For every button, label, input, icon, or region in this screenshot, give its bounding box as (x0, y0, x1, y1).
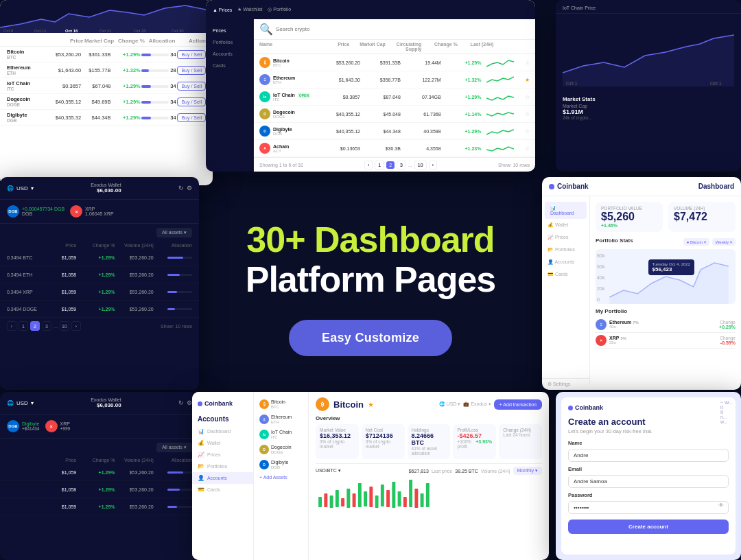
table-row: DogecoinDOGE $40,355.12 $49.69B +1.29% 3… (0, 94, 213, 110)
wallet-header: 🌐 USD ▾ Exodus Wallet $6,030.00 ↻ ⚙ (0, 392, 199, 415)
page-1-button[interactable]: 1 (375, 161, 384, 170)
sidebar-prices[interactable]: 📈Prices (192, 449, 253, 460)
watchlist-star[interactable]: ☆ (514, 128, 530, 135)
page-3-button[interactable]: 3 (42, 321, 51, 331)
coin-filter-button[interactable]: ● Bitcoin ▾ (683, 238, 709, 246)
ethereum-item[interactable]: Ξ EthereumETH (257, 412, 305, 426)
watchlist-star[interactable]: ☆ (514, 94, 530, 100)
svg-text:Oct 21: Oct 21 (99, 29, 112, 33)
buy-sell-button[interactable]: Buy / Sell (177, 50, 206, 59)
page-10-button[interactable]: 10 (60, 321, 69, 331)
dgb-item[interactable]: D DigibyteDGB (257, 458, 305, 471)
svg-rect-15 (330, 495, 333, 508)
sidebar-accounts[interactable]: 👤Accounts (192, 472, 253, 484)
watchlist-star[interactable]: ☆ (514, 145, 530, 152)
currency-selector[interactable]: 🌐 USD ▾ (7, 185, 34, 191)
sidebar-accounts[interactable]: Accounts (206, 48, 253, 60)
net-cost-card: Net Cost $7124136 3% of crypto market (362, 424, 405, 459)
buy-sell-button[interactable]: Buy / Sell (177, 82, 206, 91)
prev-page-button[interactable]: ‹ (7, 321, 16, 331)
svg-text:Oct 30: Oct 30 (172, 29, 184, 33)
candlestick-chart (316, 478, 542, 512)
sidebar-portfolios[interactable]: 📂Portfolios (192, 460, 253, 472)
svg-rect-19 (353, 493, 356, 507)
refresh-icon[interactable]: ↻ (178, 399, 184, 406)
nav-prices[interactable]: ▲ Prices (213, 8, 232, 12)
favorite-star[interactable]: ★ (368, 401, 374, 408)
next-page-button[interactable]: › (429, 161, 437, 170)
create-account-button[interactable]: Create account (568, 520, 729, 534)
change-card: Change (24H) Last 24 hours (499, 424, 542, 459)
page-2-button[interactable]: 2 (30, 321, 40, 331)
sidebar-cards[interactable]: 💳Cards (192, 484, 253, 495)
watchlist-star[interactable]: ☆ (514, 60, 530, 66)
next-page-button[interactable]: › (71, 321, 81, 331)
page-2-button[interactable]: 2 (386, 161, 395, 169)
watchlist-star[interactable]: ★ (514, 77, 530, 83)
iot-chart: Oct 1 Oct 1 (556, 14, 741, 93)
bitcoin-icon: ₿ (316, 397, 329, 411)
x-icon: ✕ (70, 205, 82, 218)
name-field[interactable] (568, 449, 729, 462)
sidebar-wallet[interactable]: 💰Wallet (192, 437, 253, 449)
crypto-table-panel: Oct 8 Oct 11 Oct 16 Oct 21 Oct 25 Oct 30… (0, 0, 213, 185)
iot-label: IoT Chain Price (563, 5, 734, 10)
svg-text:80k: 80k (597, 253, 605, 258)
search-bar[interactable]: 🔍 (254, 19, 535, 40)
search-input[interactable] (276, 26, 530, 32)
chevron-icon: ▾ (31, 400, 34, 406)
coin-item: DGB +0.000457734 DGB DGB (7, 205, 64, 218)
filter-row: All assets ▾ (0, 439, 199, 456)
create-account-subtitle: Let's begin your 30-day risk-free trial. (568, 428, 729, 434)
bitcoin-item[interactable]: ₿ BitcoinBTC (257, 397, 305, 411)
svg-rect-18 (346, 489, 350, 508)
page-1-button[interactable]: 1 (19, 321, 28, 331)
buy-sell-button[interactable]: Buy / Sell (177, 66, 206, 75)
table-row: 0.3494 BTC $1,059 +1.29% $53,260.20 (0, 249, 199, 266)
doge-item[interactable]: D DogecoinDOGE (257, 443, 305, 456)
right-description: ~ W...itItn...w... (720, 400, 733, 424)
currency-selector[interactable]: 🌐 USD ▾ (7, 400, 34, 406)
dashboard-main: PORTFOLIO VALUE $5,260 +1.46% VOLUME (24… (590, 196, 741, 384)
accounts-sidebar: Coinbank Accounts 📊Dashboard 💰Wallet 📈Pr… (192, 392, 254, 560)
password-label: Password (568, 492, 729, 498)
password-field[interactable] (568, 501, 729, 514)
nav-portfolio[interactable]: ◎ Portfolio (268, 7, 291, 12)
crypto-table: Price Market Cap Change % Allocation Act… (0, 33, 213, 128)
table-row: $1,059 +1.29% $53,260.20 (0, 498, 199, 515)
dashboard-content: 📊 Dashboard 💰 Wallet 📈 Prices 📂 Portfoli… (542, 196, 741, 384)
easy-customize-button[interactable]: Easy Customize (289, 320, 452, 356)
market-cap-value: $1.91M (563, 108, 734, 115)
prices-content: Prices Portfolios Accounts Cards 🔍 Name … (206, 19, 535, 172)
add-transaction-button[interactable]: + Add transaction (494, 399, 542, 410)
page-3-button[interactable]: 3 (397, 161, 406, 170)
settings-icon[interactable]: ⚙ (187, 399, 192, 406)
buy-sell-button[interactable]: Buy / Sell (177, 97, 206, 106)
svg-text:Oct 16: Oct 16 (65, 29, 78, 33)
sidebar-portfolios[interactable]: Portfolios (206, 36, 253, 48)
nav-watchlist[interactable]: ★ Watchlist (237, 7, 262, 12)
prev-page-button[interactable]: ‹ (364, 161, 373, 170)
refresh-icon[interactable]: ↻ (178, 185, 184, 191)
time-filter-button[interactable]: Weekly ▾ (712, 238, 736, 246)
watchlist-star[interactable]: ☆ (514, 111, 530, 117)
show-password-icon[interactable]: 👁 (718, 502, 724, 509)
table-row: 0.3494 XRP $1,059 +1.29% $53,260.20 (0, 283, 199, 301)
sidebar-dashboard[interactable]: 📊Dashboard (192, 425, 253, 437)
svg-rect-29 (409, 480, 412, 507)
iot-item[interactable]: Io IoT ChainITC (257, 428, 305, 441)
pagination: ‹ 1 2 3 ... 10 › Show: 10 rows (0, 318, 199, 334)
wallet-header: 🌐 USD ▾ Exodus Wallet $6,030.00 ↻ ⚙ (0, 177, 199, 200)
buy-sell-button[interactable]: Buy / Sell (177, 113, 206, 122)
password-row: 👁 (568, 500, 729, 518)
accounts-bitcoin-panel: Coinbank Accounts 📊Dashboard 💰Wallet 📈Pr… (192, 392, 549, 560)
add-assets-button[interactable]: + Add Assets (257, 473, 305, 482)
sidebar-cards[interactable]: Cards (206, 60, 253, 71)
monthly-filter-button[interactable]: Monthly ▾ (513, 467, 542, 475)
coinbank-logo: Coinbank (192, 397, 253, 412)
chart-controls: USD/BTC ▾ $627,813 Last price 38.25 BTC … (316, 463, 542, 478)
asset-filter-button[interactable]: All assets ▾ (156, 443, 192, 452)
page-10-button[interactable]: 10 (414, 161, 427, 170)
email-field[interactable] (568, 475, 729, 488)
sidebar-prices[interactable]: Prices (206, 25, 253, 36)
